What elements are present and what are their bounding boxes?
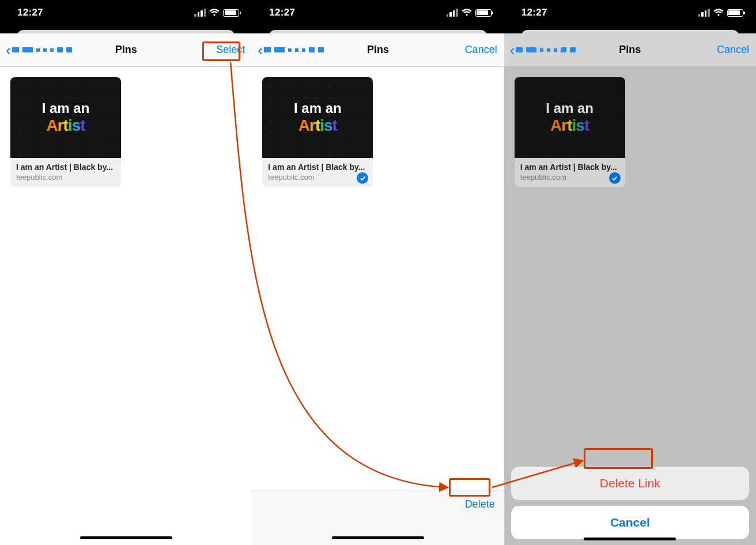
contact-name-redacted[interactable] <box>516 47 576 52</box>
selected-check-icon <box>609 172 621 184</box>
screenshot-2: 12:27 ‹ Pins Cancel I am an Artist I am … <box>252 0 504 545</box>
contact-name-redacted[interactable] <box>12 47 72 52</box>
bottom-toolbar: Delete <box>252 490 504 545</box>
pin-title: I am an Artist | Black by... <box>268 162 367 172</box>
status-bar: 12:27 <box>504 0 756 25</box>
screenshot-3: 12:27 ‹ Pins Cancel I am an Artist I am … <box>504 0 756 545</box>
cellular-icon <box>447 9 458 17</box>
pin-domain: teepublic.com <box>268 173 367 181</box>
back-icon[interactable]: ‹ <box>510 43 515 58</box>
status-icons <box>447 9 492 17</box>
screenshot-1: 12:27 ‹ Pins Select I am an Artist I am … <box>0 0 252 545</box>
pin-title: I am an Artist | Black by... <box>16 162 115 172</box>
tab-peek <box>252 25 504 33</box>
pin-meta: I am an Artist | Black by... teepublic.c… <box>262 158 373 187</box>
battery-icon <box>223 9 239 17</box>
home-indicator[interactable] <box>80 536 172 539</box>
pin-card[interactable]: I am an Artist I am an Artist | Black by… <box>10 77 121 187</box>
delete-button[interactable]: Delete <box>465 498 495 510</box>
pin-domain: teepublic.com <box>520 173 619 181</box>
sheet-cancel-button[interactable]: Cancel <box>511 506 749 539</box>
pin-domain: teepublic.com <box>16 173 115 181</box>
pin-meta: I am an Artist | Black by... teepublic.c… <box>10 158 121 187</box>
pin-thumbnail: I am an Artist <box>515 77 625 158</box>
artist-text: Artist <box>546 116 594 135</box>
pin-card[interactable]: I am an Artist I am an Artist | Black by… <box>262 77 373 187</box>
artist-text: Artist <box>42 116 90 135</box>
page-title: Pins <box>619 44 641 56</box>
status-time: 12:27 <box>521 7 547 18</box>
content: I am an Artist I am an Artist | Black by… <box>0 67 252 545</box>
nav-bar: ‹ Pins Select <box>0 33 252 67</box>
pin-thumbnail: I am an Artist <box>10 77 121 158</box>
selected-check-icon <box>357 172 368 184</box>
cancel-button[interactable]: Cancel <box>465 44 497 56</box>
wifi-icon <box>713 9 724 17</box>
pin-meta: I am an Artist | Black by... teepublic.c… <box>515 158 625 187</box>
content: I am an Artist I am an Artist | Black by… <box>504 67 756 545</box>
wifi-icon <box>209 9 220 17</box>
page-title: Pins <box>115 44 137 56</box>
status-icons <box>194 9 239 17</box>
nav-bar: ‹ Pins Cancel <box>504 33 756 67</box>
content: I am an Artist I am an Artist | Black by… <box>252 67 504 545</box>
nav-bar: ‹ Pins Cancel <box>252 33 504 67</box>
action-sheet: Delete Link Cancel <box>511 467 749 539</box>
status-time: 12:27 <box>269 7 295 18</box>
pin-thumbnail: I am an Artist <box>262 77 373 158</box>
cellular-icon <box>698 9 710 17</box>
pin-title: I am an Artist | Black by... <box>520 162 619 172</box>
status-bar: 12:27 <box>0 0 252 25</box>
pin-card[interactable]: I am an Artist I am an Artist | Black by… <box>515 77 625 187</box>
page-title: Pins <box>367 44 389 56</box>
battery-icon <box>475 9 492 17</box>
tab-peek <box>0 25 252 33</box>
back-icon[interactable]: ‹ <box>6 43 11 58</box>
delete-link-button[interactable]: Delete Link <box>511 467 749 500</box>
status-icons <box>698 9 743 17</box>
cancel-button[interactable]: Cancel <box>717 44 749 56</box>
status-bar: 12:27 <box>252 0 504 25</box>
battery-icon <box>727 9 743 17</box>
cellular-icon <box>194 9 206 17</box>
artist-text: Artist <box>294 116 342 135</box>
home-indicator[interactable] <box>584 538 676 540</box>
home-indicator[interactable] <box>332 536 424 539</box>
back-icon[interactable]: ‹ <box>258 43 263 58</box>
select-button[interactable]: Select <box>216 44 245 56</box>
wifi-icon <box>462 9 472 17</box>
status-time: 12:27 <box>17 7 43 18</box>
contact-name-redacted[interactable] <box>264 47 324 52</box>
tab-peek <box>504 25 756 33</box>
